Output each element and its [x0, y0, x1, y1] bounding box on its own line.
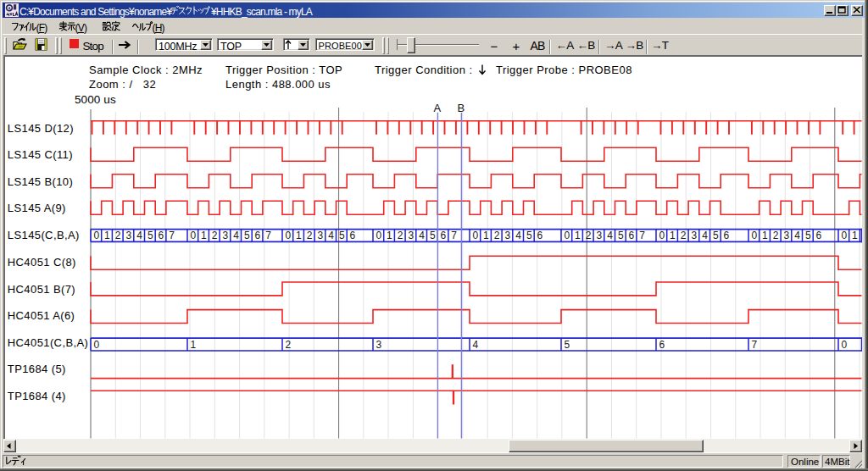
svg-text:4: 4: [607, 230, 613, 241]
svg-text:3: 3: [692, 230, 698, 241]
svg-text:5: 5: [618, 230, 624, 241]
svg-text:5: 5: [805, 230, 811, 241]
svg-text:0: 0: [376, 230, 381, 241]
svg-text:4: 4: [328, 230, 334, 241]
svg-text:2: 2: [398, 230, 403, 241]
svg-text:1: 1: [387, 230, 392, 241]
svg-text:7: 7: [451, 230, 457, 241]
svg-text:7: 7: [265, 230, 271, 241]
svg-text:6: 6: [441, 230, 447, 241]
svg-text:1: 1: [296, 230, 302, 241]
svg-text:7: 7: [751, 339, 757, 351]
svg-text:0: 0: [841, 230, 847, 241]
svg-text:0: 0: [285, 230, 291, 241]
svg-text:2: 2: [586, 230, 592, 241]
svg-text:6: 6: [659, 339, 665, 351]
svg-text:0: 0: [93, 230, 99, 241]
svg-text:3: 3: [597, 230, 603, 241]
svg-text:5: 5: [147, 230, 153, 241]
svg-text:5: 5: [430, 230, 436, 241]
svg-text:5: 5: [713, 230, 719, 241]
svg-text:6: 6: [537, 230, 543, 241]
svg-text:2: 2: [115, 230, 121, 241]
svg-text:2: 2: [285, 339, 291, 351]
svg-text:2: 2: [681, 230, 687, 241]
svg-text:3: 3: [505, 230, 511, 241]
svg-text:3: 3: [223, 230, 229, 241]
svg-text:7: 7: [639, 230, 645, 241]
svg-text:5: 5: [244, 230, 250, 241]
svg-text:1: 1: [201, 230, 207, 241]
svg-text:5: 5: [339, 230, 345, 241]
svg-text:1: 1: [575, 230, 581, 241]
svg-text:6: 6: [629, 230, 635, 241]
svg-text:3: 3: [409, 230, 415, 241]
svg-text:4: 4: [472, 339, 478, 351]
svg-text:3: 3: [376, 339, 381, 351]
svg-text:1: 1: [483, 230, 489, 241]
svg-text:5: 5: [526, 230, 532, 241]
svg-text:5: 5: [564, 339, 570, 351]
svg-text:B: B: [458, 102, 465, 114]
svg-text:0: 0: [93, 339, 99, 351]
svg-text:6: 6: [724, 230, 730, 241]
svg-text:7: 7: [169, 230, 175, 241]
svg-text:1: 1: [190, 339, 196, 351]
svg-text:3: 3: [126, 230, 132, 241]
svg-text:4: 4: [794, 230, 800, 241]
svg-text:4: 4: [419, 230, 425, 241]
svg-text:0: 0: [190, 230, 196, 241]
svg-text:6: 6: [159, 230, 164, 241]
svg-text:0: 0: [564, 230, 570, 241]
svg-text:0: 0: [659, 230, 665, 241]
svg-text:2: 2: [494, 230, 500, 241]
svg-text:3: 3: [318, 230, 324, 241]
svg-text:0: 0: [841, 339, 847, 351]
svg-text:2: 2: [212, 230, 218, 241]
svg-text:4: 4: [233, 230, 239, 241]
svg-text:1: 1: [104, 230, 110, 241]
svg-text:0: 0: [751, 230, 757, 241]
svg-text:4: 4: [136, 230, 142, 241]
svg-text:1: 1: [852, 230, 858, 241]
svg-text:6: 6: [350, 230, 356, 241]
svg-text:0: 0: [472, 230, 478, 241]
svg-text:6: 6: [816, 230, 822, 241]
svg-text:2: 2: [773, 230, 779, 241]
svg-text:6: 6: [255, 230, 261, 241]
svg-text:1: 1: [670, 230, 676, 241]
svg-text:3: 3: [784, 230, 790, 241]
svg-text:1: 1: [762, 230, 768, 241]
svg-text:A: A: [434, 102, 442, 114]
svg-text:2: 2: [307, 230, 313, 241]
svg-text:4: 4: [515, 230, 521, 241]
svg-text:4: 4: [702, 230, 708, 241]
